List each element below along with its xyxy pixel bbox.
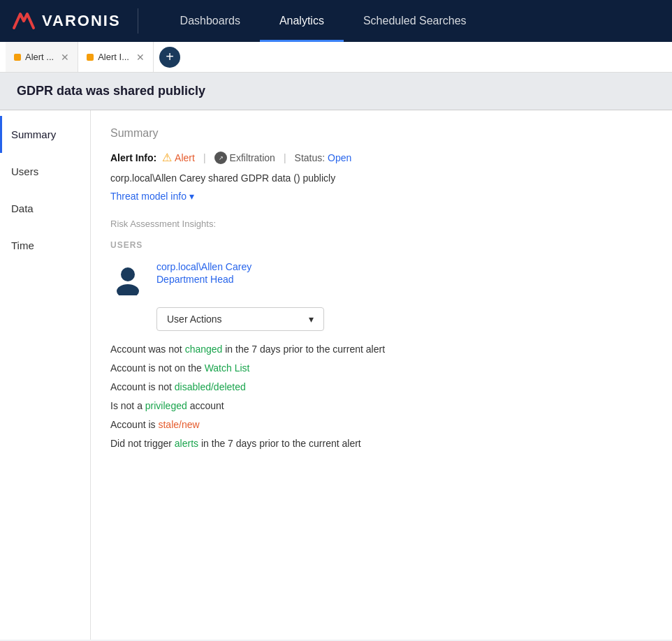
tab-1[interactable]: Alert ... ✕ (6, 42, 78, 72)
alert-type-badge: ⚠ Alert (162, 151, 195, 164)
alert-info-label: Alert Info: (110, 152, 156, 163)
user-card: corp.local\Allen Carey Department Head (110, 261, 652, 296)
exfil-icon: ↗ (214, 152, 227, 164)
chevron-down-icon: ▾ (189, 191, 194, 202)
svg-point-2 (121, 267, 135, 281)
tab-1-close[interactable]: ✕ (61, 52, 69, 63)
tab-1-label: Alert ... (25, 52, 54, 62)
tabs-bar: Alert ... ✕ Alert I... ✕ + (0, 42, 672, 73)
logo-area: VARONIS (11, 8, 138, 34)
tab-add-button[interactable]: + (159, 47, 180, 68)
tab-1-dot (14, 54, 21, 61)
status-label: Status: Open (295, 152, 352, 163)
page-title: GDPR data was shared publicly (17, 84, 205, 98)
alert-type-text: Alert (175, 152, 195, 163)
section-title: Summary (110, 127, 652, 140)
insight-4: Is not a privileged account (110, 399, 652, 413)
left-sidebar: Summary Users Data Time (0, 110, 91, 640)
insight-1: Account was not changed in the 7 days pr… (110, 342, 652, 357)
logo-text: VARONIS (42, 12, 121, 30)
user-name[interactable]: corp.local\Allen Carey (156, 261, 251, 272)
main-content: Summary Users Data Time Summary Alert In… (0, 110, 672, 640)
sidebar-item-summary[interactable]: Summary (0, 116, 90, 153)
exfiltration-badge: ↗ Exfiltration (214, 152, 275, 164)
nav-analytics[interactable]: Analytics (260, 0, 344, 42)
user-info: corp.local\Allen Carey Department Head (156, 261, 251, 285)
svg-point-3 (117, 284, 139, 295)
user-actions-label: User Actions (167, 314, 222, 325)
sidebar-item-users[interactable]: Users (0, 153, 90, 190)
exfiltration-text: Exfiltration (230, 152, 275, 163)
tab-2-dot (87, 54, 94, 61)
user-role[interactable]: Department Head (156, 274, 251, 285)
users-label: USERS (110, 240, 652, 250)
insight-3: Account is not disabled/deleted (110, 380, 652, 395)
user-actions-dropdown[interactable]: User Actions ▾ (156, 307, 324, 331)
right-content: Summary Alert Info: ⚠ Alert | ↗ Exfiltra… (91, 110, 672, 640)
page-title-bar: GDPR data was shared publicly (0, 73, 672, 110)
tab-2[interactable]: Alert I... ✕ (78, 42, 154, 72)
sidebar-item-data[interactable]: Data (0, 190, 90, 227)
dropdown-chevron-icon: ▾ (309, 314, 314, 325)
nav-links: Dashboards Analytics Scheduled Searches (161, 0, 486, 42)
user-avatar (110, 261, 145, 296)
risk-section-title: Risk Assessment Insights: (110, 219, 652, 229)
insight-2: Account is not on the Watch List (110, 361, 652, 376)
top-navigation: VARONIS Dashboards Analytics Scheduled S… (0, 0, 672, 42)
threat-model-link[interactable]: Threat model info ▾ (110, 191, 652, 202)
insight-6: Did not trigger alerts in the 7 days pri… (110, 436, 652, 451)
status-value: Open (328, 152, 351, 163)
avatar-icon (111, 262, 145, 295)
nav-dashboards[interactable]: Dashboards (161, 0, 260, 42)
separator-2: | (284, 152, 286, 163)
tab-2-label: Alert I... (98, 52, 129, 62)
separator-1: | (203, 152, 206, 163)
highlight-alerts: alerts (175, 438, 198, 449)
svg-text:↗: ↗ (218, 155, 223, 161)
warning-icon: ⚠ (162, 151, 172, 164)
highlight-privileged: privileged (145, 400, 187, 411)
tab-2-close[interactable]: ✕ (136, 52, 145, 63)
alert-description: corp.local\Allen Carey shared GDPR data … (110, 172, 652, 184)
varonis-logo-icon (11, 8, 36, 34)
alert-info-row: Alert Info: ⚠ Alert | ↗ Exfiltration | S… (110, 151, 652, 164)
highlight-watchlist: Watch List (205, 362, 250, 374)
insight-5: Account is stale/new (110, 418, 652, 432)
highlight-disabled: disabled/deleted (175, 381, 246, 392)
nav-scheduled-searches[interactable]: Scheduled Searches (344, 0, 486, 42)
highlight-stale: stale/new (158, 419, 199, 430)
highlight-changed: changed (185, 344, 223, 355)
sidebar-item-time[interactable]: Time (0, 227, 90, 264)
